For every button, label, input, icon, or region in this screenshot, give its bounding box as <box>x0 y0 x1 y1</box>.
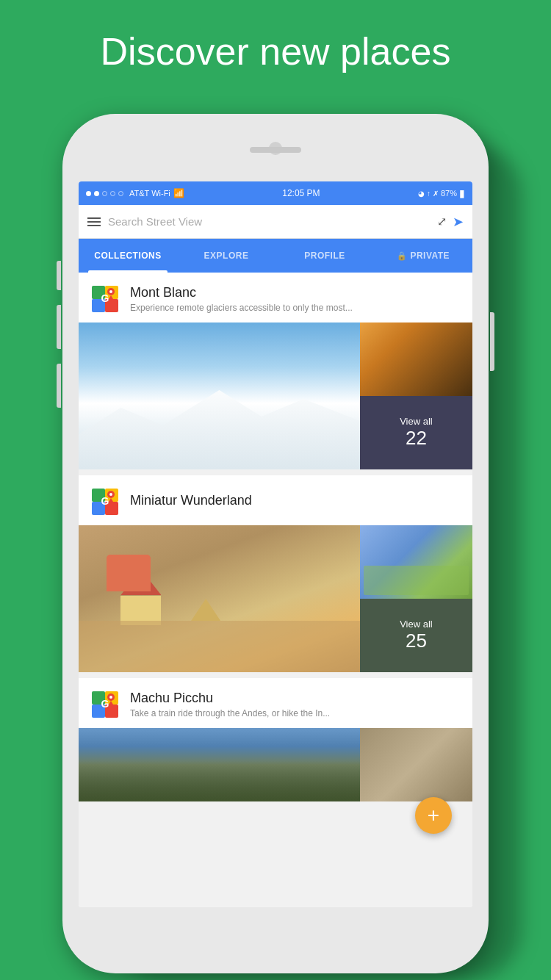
svg-text:G: G <box>101 698 109 710</box>
view-all-count-mont-blanc: 22 <box>406 427 427 450</box>
collection-card-machu-picchu: G Machu Picchu Take a train ride through… <box>79 678 472 801</box>
phone-frame: AT&T Wi-Fi 📶 12:05 PM ◕ ↑ ✗ 87% ▮ <box>62 114 489 973</box>
card-info-mont-blanc: Mont Blanc Experience remote glaciers ac… <box>130 285 462 313</box>
machu-picchu-side-image[interactable] <box>360 728 472 801</box>
card-title-wunderland: Miniatur Wunderland <box>130 493 462 508</box>
location-arrow-icon[interactable]: ➤ <box>453 214 464 230</box>
card-info-wunderland: Miniatur Wunderland <box>130 493 462 511</box>
machu-picchu-side-images <box>360 728 472 801</box>
mont-blanc-main-image[interactable] <box>79 323 360 469</box>
phone-vol-down1 <box>57 305 61 349</box>
location-status-icon: ◕ <box>418 190 425 198</box>
view-all-label-mont-blanc: View all <box>400 416 433 427</box>
signal-dot-4 <box>110 191 115 196</box>
bluetooth-icon: ✗ <box>433 190 439 198</box>
status-bar-left: AT&T Wi-Fi 📶 <box>86 188 184 198</box>
signal-dot-5 <box>118 191 123 196</box>
expand-icon[interactable]: ⤢ <box>437 215 447 228</box>
search-bar[interactable]: Search Street View ⤢ ➤ <box>79 205 472 239</box>
phone-vol-up <box>57 261 61 290</box>
image-grid-wunderland[interactable]: View all 25 <box>79 525 472 672</box>
image-grid-machu-picchu[interactable] <box>79 728 472 801</box>
battery-icon: ▮ <box>459 187 465 199</box>
menu-button[interactable] <box>87 217 101 226</box>
card-desc-machu-picchu: Take a train ride through the Andes, or … <box>130 708 462 718</box>
fab-button[interactable]: + <box>415 797 452 834</box>
card-title-machu-picchu: Machu Picchu <box>130 691 462 706</box>
card-info-machu-picchu: Machu Picchu Take a train ride through t… <box>130 691 462 718</box>
search-actions: ⤢ ➤ <box>437 214 464 230</box>
card-header-machu-picchu[interactable]: G Machu Picchu Take a train ride through… <box>79 678 472 728</box>
tab-private-label: PRIVATE <box>410 251 450 261</box>
phone-vol-down2 <box>57 364 61 408</box>
content-area[interactable]: G Mont Blanc Experience remote glaciers … <box>79 273 472 907</box>
collection-card-mont-blanc: G Mont Blanc Experience remote glaciers … <box>79 273 472 469</box>
arrow-icon: ↑ <box>427 190 431 198</box>
mont-blanc-side-image-top[interactable] <box>360 323 472 396</box>
image-grid-mont-blanc[interactable]: View all 22 <box>79 323 472 469</box>
tab-profile[interactable]: PROFILE <box>276 239 374 273</box>
signal-dot-2 <box>94 191 99 196</box>
status-bar: AT&T Wi-Fi 📶 12:05 PM ◕ ↑ ✗ 87% ▮ <box>79 181 472 205</box>
page-title: Discover new places <box>0 0 551 96</box>
tab-collections[interactable]: COLLECTIONS <box>79 239 177 273</box>
phone-speaker <box>250 147 301 153</box>
page-background: Discover new places AT&T Wi-Fi <box>0 0 551 980</box>
svg-text:G: G <box>101 292 109 304</box>
svg-point-28 <box>109 696 112 699</box>
gmaps-icon-mont-blanc: G <box>89 283 121 315</box>
card-header-wunderland[interactable]: G Miniatur Wunderland <box>79 475 472 525</box>
card-header-mont-blanc[interactable]: G Mont Blanc Experience remote glaciers … <box>79 273 472 323</box>
tab-profile-label: PROFILE <box>304 251 345 261</box>
wifi-icon: 📶 <box>173 188 184 198</box>
tab-private[interactable]: 🔒 PRIVATE <box>374 239 472 273</box>
wunderland-side-image-top[interactable] <box>360 525 472 599</box>
phone-power-button <box>490 312 494 371</box>
machu-picchu-main-image[interactable] <box>79 728 360 801</box>
view-all-mont-blanc[interactable]: View all 22 <box>360 396 472 469</box>
status-bar-right: ◕ ↑ ✗ 87% ▮ <box>418 187 465 199</box>
view-all-count-wunderland: 25 <box>406 630 427 652</box>
search-placeholder: Search Street View <box>108 215 202 228</box>
tab-explore[interactable]: EXPLORE <box>177 239 276 273</box>
wunderland-side-images: View all 25 <box>360 525 472 672</box>
signal-dot-3 <box>102 191 107 196</box>
gmaps-icon-machu-picchu: G <box>89 688 121 721</box>
phone-screen: AT&T Wi-Fi 📶 12:05 PM ◕ ↑ ✗ 87% ▮ <box>79 181 472 907</box>
svg-point-19 <box>109 493 112 496</box>
collection-card-wunderland: G Miniatur Wunderland <box>79 475 472 672</box>
card-desc-mont-blanc: Experience remote glaciers accessible to… <box>130 303 462 313</box>
mont-blanc-side-images: View all 22 <box>360 323 472 469</box>
clock-display: 12:05 PM <box>282 188 320 198</box>
nav-tabs: COLLECTIONS EXPLORE PROFILE 🔒 PRIVATE <box>79 239 472 273</box>
carrier-label: AT&T Wi-Fi <box>129 189 170 198</box>
svg-point-10 <box>109 290 112 293</box>
battery-label: 87% <box>441 189 457 198</box>
svg-text:G: G <box>101 495 109 507</box>
view-all-wunderland[interactable]: View all 25 <box>360 599 472 672</box>
view-all-label-wunderland: View all <box>400 619 433 630</box>
tab-explore-label: EXPLORE <box>204 251 249 261</box>
lock-icon: 🔒 <box>397 251 408 261</box>
tab-collections-label: COLLECTIONS <box>94 251 162 261</box>
search-input[interactable]: Search Street View <box>108 215 430 228</box>
wunderland-main-image[interactable] <box>79 525 360 672</box>
signal-dot-1 <box>86 191 91 196</box>
card-title-mont-blanc: Mont Blanc <box>130 285 462 300</box>
gmaps-icon-wunderland: G <box>89 486 121 518</box>
